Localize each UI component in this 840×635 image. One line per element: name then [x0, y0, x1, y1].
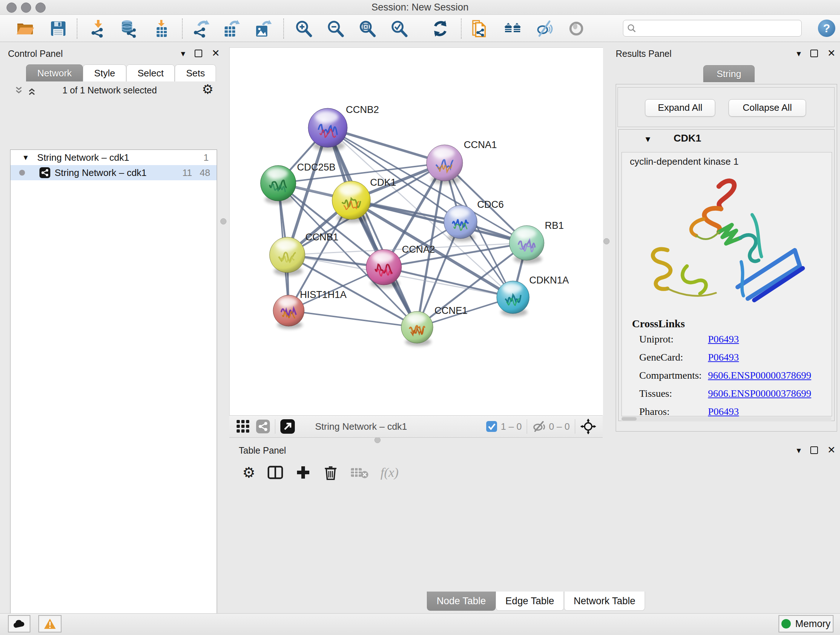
table-toolbar: ⚙ f(x) [242, 464, 399, 481]
tree-expand-icon[interactable]: ▼ [22, 154, 29, 162]
tab-style[interactable]: Style [83, 65, 126, 81]
crosslink-link[interactable]: P06493 [708, 352, 739, 363]
panel-close-icon[interactable]: ✕ [827, 49, 836, 58]
divider [575, 419, 575, 434]
import-network-from-file-icon[interactable] [88, 19, 108, 38]
selected-count: 1 – 0 [501, 421, 522, 432]
right-splitter-handle[interactable] [603, 238, 609, 244]
import-table-from-file-icon[interactable] [151, 19, 171, 38]
hidden-eye-icon[interactable] [532, 421, 545, 432]
panel-float-icon[interactable] [195, 50, 202, 57]
tab-edge-table[interactable]: Edge Table [496, 592, 564, 611]
crosslink-link[interactable]: 9606.ENSP00000378699 [708, 388, 811, 399]
zoom-fit-icon[interactable] [357, 19, 377, 38]
network-canvas[interactable]: CCNB2CCNA1CDC25BCDK1CDC6RB1CCNB1CCNA2CDK… [229, 48, 603, 416]
node-CCNE1[interactable]: CCNE1 [401, 305, 468, 346]
network-tree: ▼ String Network – cdk1 1 String Network… [10, 149, 217, 635]
warning-status-button[interactable] [38, 615, 62, 632]
panel-float-icon[interactable] [810, 50, 818, 57]
node-CDC25B[interactable]: CDC25B [261, 162, 336, 204]
expand-all-button[interactable]: Expand All [645, 99, 715, 117]
level-of-detail-icon[interactable] [567, 19, 586, 38]
tab-network[interactable]: Network [26, 65, 83, 81]
apply-layout-icon[interactable] [431, 19, 450, 38]
hidden-count: 0 – 0 [549, 421, 570, 432]
crosslink-link[interactable]: P06493 [708, 333, 739, 345]
string-home-icon[interactable] [503, 19, 523, 38]
results-buttons-box: Expand All Collapse All [617, 87, 835, 127]
birds-eye-view-icon[interactable] [280, 419, 295, 434]
panel-close-icon[interactable]: ✕ [827, 445, 836, 455]
panel-collapse-icon[interactable]: ▾ [797, 446, 801, 455]
delete-table-icon[interactable] [350, 465, 369, 480]
table-panel-title: Table Panel [239, 445, 286, 456]
crosslink-link[interactable]: 9606.ENSP00000378699 [708, 370, 811, 381]
fit-content-crosshair-icon[interactable] [580, 418, 596, 434]
zoom-in-icon[interactable] [294, 19, 313, 38]
control-panel-controls: ▾ ✕ [181, 49, 220, 58]
collapse-all-button[interactable]: Collapse All [729, 99, 806, 117]
section-hscrollbar[interactable] [622, 417, 831, 421]
node-label-CDC25B: CDC25B [297, 162, 336, 173]
edge-CCNA2-CDKN1A[interactable] [384, 267, 513, 297]
left-splitter-handle[interactable] [220, 218, 226, 225]
tab-network-table[interactable]: Network Table [564, 592, 645, 611]
export-table-icon[interactable] [221, 19, 241, 38]
crosslink-label: Uniprot: [639, 333, 708, 345]
node-CDK1[interactable]: CDK1 [332, 177, 396, 223]
cloud-status-button[interactable] [8, 615, 30, 632]
memory-button[interactable]: Memory [778, 615, 834, 632]
search-input[interactable] [639, 23, 798, 34]
crosslink-link[interactable]: P06493 [708, 406, 739, 417]
crosslink-row: Uniprot:P06493 [639, 333, 827, 345]
node-CCNB2[interactable]: CCNB2 [308, 104, 379, 151]
node-RB1[interactable]: RB1 [509, 220, 564, 264]
export-network-icon[interactable] [191, 19, 210, 38]
collection-count: 1 [204, 152, 209, 163]
panel-close-icon[interactable]: ✕ [212, 49, 220, 58]
add-column-icon[interactable] [295, 464, 311, 480]
import-network-from-database-icon[interactable] [118, 19, 138, 38]
save-session-icon[interactable] [49, 19, 68, 38]
node-CCNB1[interactable]: CCNB1 [270, 232, 339, 276]
panel-collapse-icon[interactable]: ▾ [797, 49, 801, 58]
hide-labels-icon[interactable] [535, 19, 554, 38]
tab-select[interactable]: Select [126, 65, 175, 81]
zoom-selected-icon[interactable] [389, 19, 409, 38]
tab-node-table[interactable]: Node Table [427, 592, 496, 611]
network-view-icon[interactable] [256, 420, 270, 433]
help-icon[interactable]: ? [818, 19, 835, 37]
open-session-icon[interactable] [16, 19, 35, 38]
delete-column-icon[interactable] [323, 464, 339, 481]
node-HIST1H1A[interactable]: HIST1H1A [273, 289, 347, 329]
network-graph[interactable]: CCNB2CCNA1CDC25BCDK1CDC6RB1CCNB1CCNA2CDK… [230, 48, 603, 416]
toolbar-separator [283, 19, 284, 39]
tab-string[interactable]: String [703, 65, 755, 82]
toolbar-separator [461, 19, 462, 39]
network-view-toolbar: String Network – cdk1 1 – 0 0 – 0 [229, 415, 603, 438]
toolbar-separator [77, 19, 77, 39]
node-CDKN1A[interactable]: CDKN1A [497, 275, 569, 317]
network-options-gear-icon[interactable]: ⚙ [202, 82, 213, 97]
cytoscape-window: Session: New Session [0, 0, 840, 635]
grid-mode-icon[interactable] [236, 419, 250, 434]
panel-float-icon[interactable] [810, 447, 818, 454]
new-network-from-selection-icon[interactable] [470, 19, 490, 38]
edge-HIST1H1A-CCNE1[interactable] [289, 310, 417, 327]
network-row[interactable]: String Network – cdk1 11 48 [11, 165, 217, 180]
node-CCNA1[interactable]: CCNA1 [426, 139, 497, 184]
show-columns-icon[interactable] [267, 464, 284, 481]
panel-collapse-icon[interactable]: ▾ [181, 49, 185, 58]
export-image-icon[interactable] [253, 19, 273, 38]
selected-checkbox-icon[interactable] [486, 421, 497, 432]
network-collection-row[interactable]: ▼ String Network – cdk1 1 [11, 150, 217, 165]
view-network-name: String Network – cdk1 [315, 421, 407, 432]
table-settings-gear-icon[interactable]: ⚙ [242, 464, 256, 481]
tab-sets[interactable]: Sets [175, 65, 216, 81]
help-glyph: ? [823, 22, 830, 35]
zoom-out-icon[interactable] [325, 19, 345, 38]
crosslink-label: GeneCard: [639, 352, 708, 363]
function-builder-icon[interactable]: f(x) [381, 465, 399, 480]
section-expand-icon[interactable]: ▼ [644, 135, 652, 144]
crosslink-row: Tissues:9606.ENSP00000378699 [639, 388, 827, 399]
